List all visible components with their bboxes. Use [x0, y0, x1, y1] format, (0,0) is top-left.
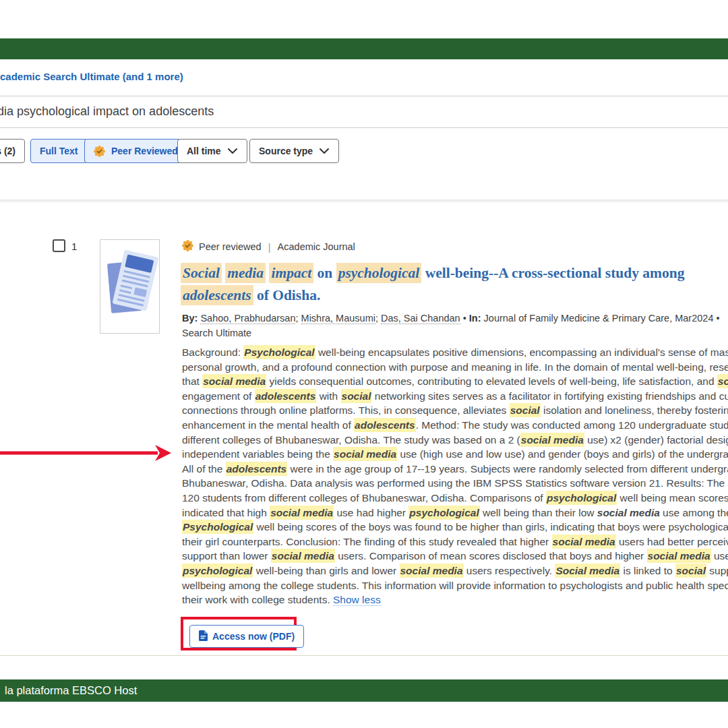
chevron-down-icon: [319, 148, 330, 154]
highlighted-term: social media: [552, 535, 616, 549]
text-segment: In:: [469, 313, 484, 324]
abstract-line: that social media yields consequential o…: [182, 374, 728, 389]
text-segment: Background:: [182, 346, 243, 358]
text-segment: •: [460, 313, 469, 324]
annotation-arrow-icon: [0, 442, 174, 464]
peer-reviewed-badge-icon: [182, 240, 193, 253]
text-segment: social media: [597, 507, 660, 518]
text-segment: well being mean scores of su: [617, 492, 728, 504]
highlighted-term: social media: [400, 564, 464, 578]
source-type-dropdown[interactable]: Source type: [249, 139, 339, 163]
result-index: 1: [71, 241, 77, 252]
author-link[interactable]: Mishra, Mausumi: [301, 313, 375, 324]
text-segment: users respectively.: [464, 565, 555, 576]
text-segment: ;: [295, 313, 301, 324]
access-now-pdf-button[interactable]: Access now (PDF): [189, 625, 304, 648]
text-segment: independent variables being the: [182, 448, 333, 460]
all-time-dropdown-label: All time: [187, 146, 221, 156]
search-input[interactable]: dia psychological impact on adolescents: [0, 104, 214, 119]
result-thumbnail[interactable]: [100, 239, 160, 334]
text-segment: were in the age group of 17--19 years. S…: [287, 463, 728, 475]
result-meta-row: Peer reviewed | Academic Journal: [182, 240, 355, 253]
abstract-line: Bhubaneswar, Odisha. Data analysis was p…: [182, 476, 728, 491]
abstract-line: connections through online platforms. Th…: [182, 403, 728, 418]
highlighted-term: adolescents: [181, 285, 253, 305]
highlighted-term: social media: [271, 549, 335, 563]
text-segment: of Odisha.: [253, 287, 321, 303]
result-checkbox[interactable]: [53, 239, 65, 252]
text-segment: wellbeing among the college students. Th…: [182, 580, 728, 591]
text-segment: . Method: The study was conducted among …: [416, 419, 728, 431]
author-link[interactable]: Das, Sai Chandan: [381, 313, 460, 324]
text-segment: indicated that high: [182, 507, 270, 518]
text-segment: Bhubaneswar, Odisha. Data analysis was p…: [182, 477, 728, 489]
full-text-filter-label: Full Text: [40, 146, 78, 156]
highlighted-term: psychological: [408, 506, 479, 520]
highlighted-term: adolescents: [255, 389, 317, 403]
abstract-line: Background: Psychological well-being enc…: [182, 345, 728, 360]
highlighted-term: social media: [647, 549, 711, 563]
filters-button-label: s (2): [0, 146, 16, 156]
text-segment: well-being than girls and lower: [253, 565, 399, 576]
all-time-dropdown[interactable]: All time: [177, 139, 247, 163]
result-title-link[interactable]: Social media impact on psychological wel…: [181, 262, 684, 307]
highlighted-term: Social: [181, 263, 222, 283]
database-link[interactable]: cademic Search Ultimate (and 1 more): [0, 71, 183, 82]
footer-bar: la plataforma EBSCO Host: [0, 679, 728, 702]
highlighted-term: social media: [520, 433, 584, 447]
pdf-icon: [199, 630, 208, 643]
abstract-line: Psychological well being scores of the b…: [182, 520, 728, 535]
show-less-link[interactable]: Show less: [333, 594, 381, 606]
highlighted-term: impact: [269, 263, 313, 283]
abstract-line: enhancement in the mental health of adol…: [182, 418, 728, 433]
peer-reviewed-filter-chip[interactable]: Peer Reviewed: [84, 139, 187, 163]
highlighted-term: psychological: [336, 263, 422, 283]
highlighted-term: social: [510, 403, 541, 417]
full-text-filter-chip[interactable]: Full Text: [30, 139, 88, 163]
abstract-line: indicated that high social media use had…: [182, 506, 728, 520]
abstract-line: independent variables being the social m…: [182, 447, 728, 462]
author-link[interactable]: Sahoo, Prabhudarsan: [200, 313, 295, 324]
abstract-line: personal growth, and a profound connecti…: [182, 360, 728, 375]
highlighted-term: social media: [270, 506, 334, 520]
document-illustration-front: [112, 249, 158, 311]
text-segment: on: [313, 265, 336, 281]
result-byline: By: Sahoo, Prabhudarsan; Mishra, Mausumi…: [182, 311, 720, 340]
section-shadow: [0, 200, 728, 203]
abstract-line: psychological well-being than girls and …: [182, 564, 728, 578]
abstract-line: support than lower social media users. C…: [182, 549, 728, 564]
highlighted-term: Psychological: [182, 520, 253, 534]
text-segment: their work with college students.: [182, 594, 333, 605]
peer-reviewed-filter-label: Peer Reviewed: [111, 146, 178, 156]
text-segment: All of the: [182, 463, 226, 475]
highlighted-term: psychological: [182, 564, 253, 578]
title-line: Social media impact on psychological wel…: [181, 262, 684, 284]
text-segment: ;: [375, 313, 381, 324]
text-segment: enhancement in the mental health of: [182, 419, 354, 431]
abstract-line: their girl counterparts. Conclusion: The…: [182, 535, 728, 549]
text-segment: support than lower: [182, 550, 271, 562]
text-segment: use) x2 (gender) factorial design with: [584, 434, 728, 446]
title-line: adolescents of Odisha.: [181, 284, 684, 307]
text-segment: well being scores of the boys was found …: [253, 521, 728, 533]
filters-button[interactable]: s (2): [0, 139, 25, 163]
abstract-line: wellbeing among the college students. Th…: [182, 578, 728, 593]
peer-reviewed-label: Peer reviewed: [199, 241, 262, 252]
result-abstract: Background: Psychological well-being enc…: [182, 345, 728, 607]
text-segment: that: [182, 375, 202, 387]
text-segment: networking sites serves as a facilitator…: [371, 390, 728, 402]
text-segment: with: [316, 390, 340, 402]
source-type-label: Academic Journal: [278, 241, 355, 252]
text-segment: their girl counterparts. Conclusion: The…: [182, 536, 552, 547]
highlighted-term: Social media: [555, 564, 620, 578]
text-segment: is linked to: [620, 565, 675, 576]
highlighted-term: social: [675, 564, 706, 578]
text-segment: yields consequential outcomes, contribut…: [266, 375, 717, 387]
text-segment: support and: [706, 565, 728, 576]
divider: [0, 96, 728, 96]
footer-text: la plataforma EBSCO Host: [5, 684, 137, 697]
text-segment: well-being encapsulates positive dimensi…: [315, 346, 728, 358]
text-segment: connections through online platforms. Th…: [182, 404, 510, 416]
abstract-line: different colleges of Bhubaneswar, Odish…: [182, 433, 728, 448]
byline-line1: By: Sahoo, Prabhudarsan; Mishra, Mausumi…: [182, 311, 720, 326]
